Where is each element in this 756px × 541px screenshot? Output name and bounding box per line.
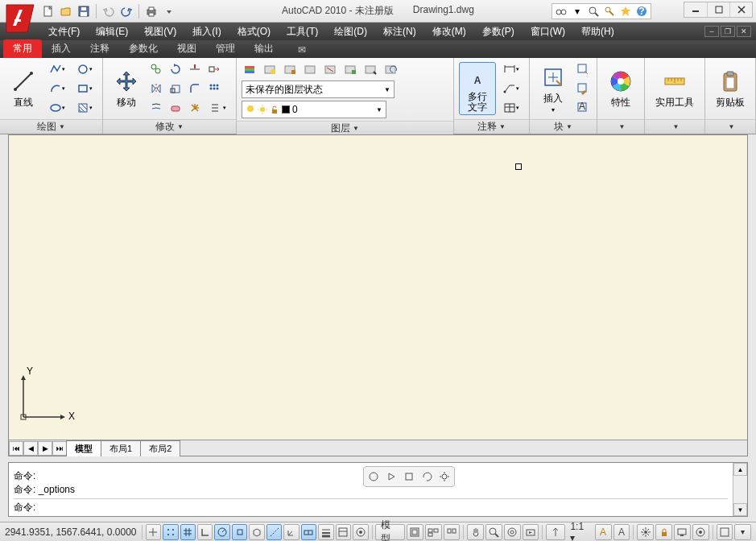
status-otrack-icon[interactable] (266, 524, 282, 540)
status-3dosnap-icon[interactable] (249, 524, 264, 540)
stretch-icon[interactable] (205, 60, 223, 78)
layout-nav-next[interactable]: ▶ (38, 441, 52, 456)
nav-stop-icon[interactable] (401, 469, 417, 485)
qat-redo-icon[interactable] (118, 3, 134, 19)
panel-block-title[interactable]: 块▼ (530, 119, 597, 134)
key-icon[interactable] (602, 4, 617, 19)
polyline-icon[interactable]: ▾ (44, 60, 70, 78)
menu-window[interactable]: 窗口(W) (523, 23, 573, 40)
menu-modify[interactable]: 修改(M) (424, 23, 474, 40)
ellipse-icon[interactable]: ▾ (44, 99, 70, 117)
scroll-up-icon[interactable]: ▲ (733, 463, 747, 476)
status-zoom-icon[interactable] (485, 524, 502, 540)
measure-button[interactable]: 实用工具 (650, 66, 700, 112)
search-icon[interactable] (586, 4, 601, 19)
create-block-icon[interactable] (574, 60, 592, 78)
status-grid-icon[interactable] (180, 524, 196, 540)
mirror-icon[interactable] (147, 80, 165, 97)
layout-nav-first[interactable]: ⏮ (9, 441, 23, 456)
panel-properties-title[interactable]: ▼ (597, 119, 644, 134)
status-layout-icon[interactable] (407, 524, 423, 540)
panel-modify-title[interactable]: 修改▼ (103, 119, 236, 134)
menu-edit[interactable]: 编辑(E) (88, 23, 136, 40)
status-scale-text[interactable]: 1:1 ▾ (567, 521, 593, 542)
line-button[interactable]: 直线 (5, 66, 42, 112)
arc-icon[interactable]: ▾ (44, 80, 70, 97)
status-showmotion-icon[interactable] (523, 524, 539, 540)
close-button[interactable] (729, 2, 752, 17)
copy-icon[interactable] (147, 60, 165, 78)
layout-nav-prev[interactable]: ◀ (23, 441, 38, 456)
status-pan-icon[interactable] (467, 524, 484, 540)
ribbon-tab-manage[interactable]: 管理 (206, 39, 245, 58)
qat-new-icon[interactable] (40, 3, 56, 19)
help-icon[interactable]: ? (634, 4, 649, 19)
app-menu-icon[interactable] (3, 2, 37, 35)
menu-view[interactable]: 视图(V) (136, 23, 184, 40)
menu-insert[interactable]: 插入(I) (184, 23, 229, 40)
layer-freeze-icon[interactable] (262, 60, 279, 78)
panel-layers-title[interactable]: 图层▼ (237, 121, 453, 135)
status-ws-icon[interactable] (637, 524, 654, 540)
command-window[interactable]: 命令: 命令: _options 命令: ▲ ▼ (8, 462, 748, 517)
status-sc-icon[interactable] (353, 524, 368, 540)
mdi-restore[interactable]: ❐ (721, 26, 735, 37)
menu-tools[interactable]: 工具(T) (279, 23, 326, 40)
hatch-icon[interactable]: ▾ (72, 99, 97, 117)
layer-lock-icon[interactable] (282, 60, 300, 78)
binoculars-icon[interactable] (554, 4, 568, 19)
cmd-scrollbar[interactable]: ▲ ▼ (733, 463, 747, 516)
menu-format[interactable]: 格式(O) (229, 23, 279, 40)
nav-play-icon[interactable] (383, 469, 399, 485)
qat-open-icon[interactable] (58, 3, 74, 19)
explode-icon[interactable] (186, 99, 204, 117)
menu-draw[interactable]: 绘图(D) (326, 23, 375, 40)
status-annoauto-icon[interactable]: A (613, 524, 630, 540)
mtext-button[interactable]: A 多行 文字 (459, 62, 496, 115)
qat-dropdown-icon[interactable] (161, 3, 177, 19)
status-tray-icon[interactable]: ▾ (734, 524, 751, 540)
status-wheel-icon[interactable] (504, 524, 521, 540)
status-annoscale-icon[interactable] (546, 524, 565, 540)
status-polar-icon[interactable] (214, 524, 229, 540)
coords-display[interactable]: 2941.9351, 1567.6441, 0.0000 (5, 527, 138, 538)
table-icon[interactable]: ▾ (498, 99, 524, 117)
layer-state-combo[interactable]: 未保存的图层状态 ▼ (242, 81, 395, 98)
leader-icon[interactable]: ▾ (498, 80, 524, 97)
edit-attr-icon[interactable]: A (574, 99, 592, 117)
status-qv-dwg-icon[interactable] (444, 524, 461, 540)
panel-annotation-title[interactable]: 注释▼ (454, 119, 529, 134)
status-hw-icon[interactable] (674, 524, 691, 540)
ribbon-tab-annotate[interactable]: 注释 (81, 39, 119, 58)
circle-icon[interactable]: ▾ (72, 60, 97, 78)
qat-undo-icon[interactable] (101, 3, 117, 19)
more-modify-icon[interactable]: ▾ (205, 99, 231, 117)
status-qp-icon[interactable] (336, 524, 351, 540)
qat-save-icon[interactable] (76, 3, 92, 19)
search-dropdown-icon[interactable]: ▾ (570, 4, 585, 19)
move-button[interactable]: 移动 (108, 66, 145, 112)
layer-off-icon[interactable] (302, 60, 320, 78)
status-osnap-icon[interactable] (232, 524, 247, 540)
ribbon-tab-output[interactable]: 输出 (245, 39, 283, 58)
ribbon-tab-insert[interactable]: 插入 (42, 39, 81, 58)
nav-rewind-icon[interactable] (419, 469, 435, 485)
menu-parametric[interactable]: 参数(P) (474, 23, 523, 40)
layer-current-combo[interactable]: 0 ▼ (242, 101, 386, 118)
panel-clipboard-title[interactable]: ▼ (705, 119, 755, 134)
layout-tab-model[interactable]: 模型 (66, 440, 101, 456)
star-icon[interactable] (618, 4, 633, 19)
layer-props-icon[interactable] (242, 60, 259, 78)
erase-icon[interactable] (167, 99, 184, 117)
status-ducs-icon[interactable] (283, 524, 299, 540)
status-clean-icon[interactable] (717, 524, 733, 540)
trim-icon[interactable] (186, 60, 204, 78)
mdi-close[interactable]: ✕ (737, 26, 751, 37)
rectangle-icon[interactable]: ▾ (72, 80, 97, 97)
rotate-icon[interactable] (167, 60, 184, 78)
status-snap-icon[interactable] (163, 524, 178, 540)
array-icon[interactable] (205, 80, 223, 97)
ribbon-tab-parametric[interactable]: 参数化 (119, 39, 167, 58)
infocenter[interactable]: ▾ ? (552, 3, 651, 19)
insert-block-button[interactable]: 插入 ▼ (535, 62, 572, 115)
